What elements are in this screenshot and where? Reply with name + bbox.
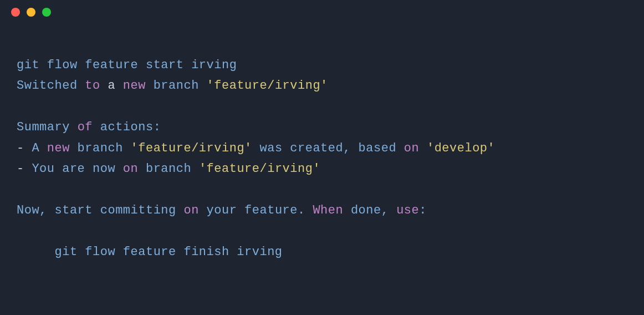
terminal-segment: Switched: [17, 79, 85, 93]
terminal-line: Summary of actions:: [17, 117, 627, 138]
terminal-segment: 'feature/irving': [207, 79, 328, 93]
terminal-line: git flow feature start irving: [17, 55, 627, 75]
terminal-line: git flow feature finish irving: [17, 242, 627, 262]
terminal-segment: Summary: [17, 120, 78, 134]
terminal-segment: your feature.: [199, 204, 313, 217]
terminal-segment: [419, 141, 427, 155]
terminal-segment: git flow feature start irving: [17, 58, 237, 72]
terminal-segment: 'develop': [427, 141, 495, 155]
close-icon[interactable]: [11, 8, 20, 17]
maximize-icon[interactable]: [42, 8, 51, 17]
terminal-segment: on: [183, 204, 198, 217]
terminal-segment: to: [85, 79, 100, 93]
terminal-segment: done,: [343, 204, 396, 217]
terminal-segment: on: [404, 141, 419, 155]
terminal-line: Now, start committing on your feature. W…: [17, 200, 627, 221]
terminal-segment: 'feature/irving': [199, 162, 320, 176]
terminal-segment: 'feature/irving': [131, 141, 252, 155]
minimize-icon[interactable]: [27, 8, 35, 17]
terminal-segment: new: [47, 141, 70, 155]
terminal-segment: of: [78, 120, 93, 134]
terminal-segment: branch: [146, 79, 207, 93]
terminal-segment: use: [396, 204, 419, 217]
terminal-line: [17, 221, 627, 241]
terminal-line: [17, 96, 627, 117]
terminal-segment: git flow feature finish irving: [17, 245, 283, 259]
terminal-line: - A new branch 'feature/irving' was crea…: [17, 138, 627, 159]
terminal-segment: -: [17, 141, 32, 155]
terminal-segment: branch: [70, 141, 131, 155]
terminal-output: git flow feature start irvingSwitched to…: [0, 24, 644, 273]
terminal-line: Switched to a new branch 'feature/irving…: [17, 75, 627, 96]
terminal-segment: actions:: [93, 120, 161, 134]
terminal-segment: You are now: [32, 162, 122, 176]
terminal-segment: a: [100, 79, 123, 93]
terminal-segment: When: [313, 204, 343, 217]
terminal-segment: on: [123, 162, 138, 176]
terminal-segment: -: [17, 162, 32, 176]
terminal-window: git flow feature start irvingSwitched to…: [0, 0, 644, 315]
terminal-segment: new: [123, 79, 146, 93]
terminal-line: - You are now on branch 'feature/irving': [17, 159, 627, 179]
terminal-segment: branch: [138, 162, 199, 176]
terminal-segment: was created, based: [252, 141, 404, 155]
terminal-segment: A: [32, 141, 47, 155]
titlebar: [0, 0, 644, 24]
terminal-segment: Now, start committing: [17, 204, 183, 217]
terminal-line: [17, 179, 627, 200]
terminal-segment: :: [419, 204, 427, 217]
